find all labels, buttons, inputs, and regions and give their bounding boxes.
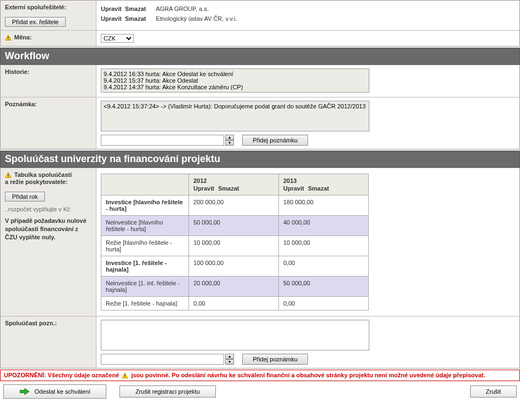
spinner-down-button[interactable]: ▼ — [225, 140, 234, 146]
external-solvers-label: Externí spoluřešitelé: Přidat ex. řešite… — [1, 1, 96, 30]
cancel-button[interactable]: Zrušit — [470, 386, 517, 398]
edit-link[interactable]: Upravit — [101, 5, 122, 12]
financing-header: Spoluúčast univerzity na financování pro… — [0, 151, 520, 168]
send-approval-button[interactable]: Odeslat ke schválení — [3, 384, 106, 399]
add-year-button[interactable]: Přidat rok — [5, 192, 45, 202]
financing-note-input[interactable] — [101, 354, 224, 365]
note-input[interactable] — [101, 135, 224, 146]
year-delete-link[interactable]: Smazat — [218, 185, 239, 192]
history-label: Historie: — [1, 65, 96, 97]
add-financing-note-button[interactable]: Přidej poznámku — [242, 354, 308, 365]
solver-name: Etnologický ústav AV ČR, v.v.i. — [156, 15, 237, 22]
cancel-registration-button[interactable]: Zrušit registraci projektu — [119, 386, 215, 398]
currency-label: Měna: — [1, 31, 96, 46]
financing-note-textarea[interactable] — [101, 320, 369, 350]
table-row: Režie [hlavního řešitele - hurta] 10 000… — [101, 236, 369, 256]
note-history-textarea[interactable] — [101, 101, 369, 131]
delete-link[interactable]: Smazat — [125, 5, 146, 12]
warning-icon — [122, 372, 128, 379]
spinner-up-button[interactable]: ▲ — [225, 354, 234, 359]
table-row: Investice [hlavního řešitele - hurta] 20… — [101, 195, 369, 216]
svg-rect-8 — [125, 377, 125, 377]
table-corner — [101, 174, 189, 195]
workflow-header: Workflow — [0, 48, 520, 65]
svg-rect-5 — [8, 176, 8, 177]
zero-hint: V případě požadavku nulové spoluúčasti f… — [5, 217, 92, 241]
table-row: Neinvestice [1. int. řešitele - hajnala]… — [101, 277, 369, 297]
budget-hint: ..rozpočet vyplňujte v Kč — [5, 206, 92, 212]
year-header: 2013 Upravit Smazat — [279, 174, 369, 195]
add-solver-button[interactable]: Přidat ex. řešitele — [5, 17, 66, 27]
svg-rect-4 — [8, 174, 8, 176]
year-header: 2012 Upravit Smazat — [189, 174, 279, 195]
solver-row: Upravit Smazat AGRA GROUP, a.s. — [101, 4, 515, 14]
table-row: Režie [1. řešitele - hajnala] 0,00 0,00 — [101, 297, 369, 310]
year-delete-link[interactable]: Smazat — [308, 185, 329, 192]
year-edit-link[interactable]: Upravit — [193, 185, 214, 192]
svg-rect-7 — [125, 375, 125, 376]
warning-bar: UPOZORNĚNÍ: Všechny údaje označené jsou … — [0, 370, 520, 381]
spinner-up-button[interactable]: ▲ — [225, 135, 234, 140]
edit-link[interactable]: Upravit — [101, 15, 122, 22]
currency-select[interactable]: CZK — [101, 34, 134, 43]
finance-table: 2012 Upravit Smazat 2013 Upravit — [101, 174, 369, 310]
financing-table-label: Tabulka spoluúčastí a režie poskytovatel… — [1, 168, 96, 316]
financing-note-label: Spoluúčast pozn.: — [1, 317, 96, 368]
action-bar: Odeslat ke schválení Zrušit registraci p… — [0, 381, 520, 402]
note-label: Poznámka: — [1, 97, 96, 149]
year-edit-link[interactable]: Upravit — [283, 185, 304, 192]
svg-rect-1 — [8, 37, 8, 38]
solver-row: Upravit Smazat Etnologický ústav AV ČR, … — [101, 14, 515, 24]
spinner-down-button[interactable]: ▼ — [225, 359, 234, 365]
table-row: Investice [1. řešitele - hajnala] 100 00… — [101, 256, 369, 277]
solver-name: AGRA GROUP, a.s. — [156, 5, 208, 12]
svg-rect-2 — [8, 39, 8, 39]
table-row: Neinvestice [hlavního řešitele - hurta] … — [101, 216, 369, 236]
add-note-button[interactable]: Přidej poznámku — [242, 135, 308, 146]
history-textarea[interactable] — [101, 68, 369, 93]
warning-icon — [5, 34, 12, 41]
arrow-right-icon — [19, 387, 30, 396]
delete-link[interactable]: Smazat — [125, 15, 146, 22]
warning-icon — [5, 172, 12, 179]
